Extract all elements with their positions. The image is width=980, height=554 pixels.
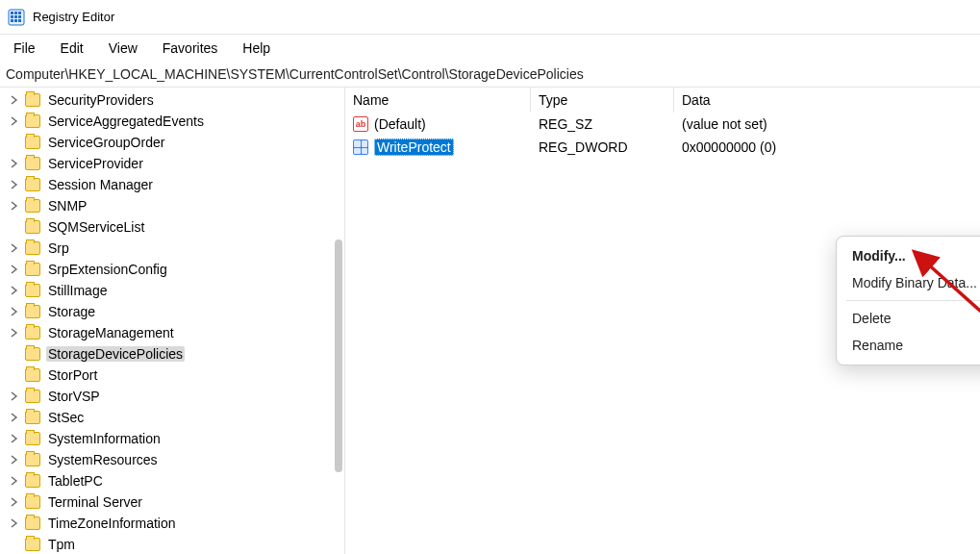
tree-item[interactable]: Session Manager [0,174,344,195]
svg-rect-1 [11,12,13,14]
tree-item[interactable]: StSec [0,407,344,428]
tree-item[interactable]: Storage [0,301,344,322]
tree-item[interactable]: TabletPC [0,470,344,491]
tree-item[interactable]: ServiceAggregatedEvents [0,111,344,132]
menu-modify-binary[interactable]: Modify Binary Data... [841,269,980,296]
folder-icon [25,93,40,107]
chevron-right-icon[interactable] [8,391,21,401]
tree-item-label: SystemResources [46,452,160,467]
tree-item-label: Terminal Server [46,494,144,510]
folder-icon [25,136,40,149]
tree-panel: SecurityProvidersServiceAggregatedEvents… [0,88,345,554]
value-type: REG_DWORD [531,139,674,155]
folder-icon [25,538,40,551]
tree-item-label: SQMServiceList [46,219,146,235]
chevron-right-icon[interactable] [8,243,21,253]
svg-rect-8 [14,19,17,22]
tree-item[interactable]: StorPort [0,365,344,386]
value-data: 0x00000000 (0) [674,139,980,155]
name-cell: WriteProtect [345,138,531,156]
folder-icon [25,326,40,340]
folder-icon [25,432,40,445]
svg-rect-4 [11,15,13,18]
chevron-right-icon[interactable] [8,286,21,295]
tree-item[interactable]: StorVSP [0,386,344,407]
tree-item-label: Session Manager [46,177,155,192]
menu-bar: File Edit View Favorites Help [0,35,980,62]
value-type: REG_SZ [531,116,674,132]
chevron-right-icon[interactable] [8,159,21,168]
tree-item-label: Storage [46,304,97,319]
menu-edit[interactable]: Edit [55,38,89,58]
tree-item-label: StillImage [46,283,109,298]
menu-rename[interactable]: Rename [841,332,980,359]
svg-rect-6 [18,15,21,18]
dword-value-icon [353,139,368,155]
tree-item[interactable]: SystemInformation [0,428,344,449]
tree-item-label: SNMP [46,198,88,214]
tree-item-label: ServiceGroupOrder [46,135,166,150]
tree-item-label: TabletPC [46,473,105,489]
menu-delete[interactable]: Delete [841,305,980,332]
svg-rect-9 [18,19,21,22]
tree-item[interactable]: ServiceGroupOrder [0,132,344,153]
list-body[interactable]: ab(Default)REG_SZ(value not set)WritePro… [345,113,980,159]
menu-view[interactable]: View [103,38,143,58]
chevron-right-icon[interactable] [8,434,21,443]
tree-item-label: Tpm [46,537,77,552]
value-row[interactable]: WriteProtectREG_DWORD0x00000000 (0) [345,136,980,159]
chevron-right-icon[interactable] [8,497,21,507]
column-type[interactable]: Type [531,88,674,113]
column-name[interactable]: Name [345,88,531,113]
chevron-right-icon[interactable] [8,328,21,338]
tree-item[interactable]: SNMP [0,195,344,216]
menu-favorites[interactable]: Favorites [157,38,224,58]
menu-modify[interactable]: Modify... [841,242,980,269]
tree-item[interactable]: Terminal Server [0,491,344,513]
folder-icon [25,114,40,128]
tree-item-label: ServiceAggregatedEvents [46,113,206,129]
chevron-right-icon[interactable] [8,116,21,126]
tree-item[interactable]: StorageManagement [0,322,344,343]
column-data[interactable]: Data [674,88,980,113]
chevron-right-icon[interactable] [8,264,21,274]
tree-item-label: StorPort [46,367,99,383]
chevron-right-icon[interactable] [8,180,21,189]
tree-item-label: StSec [46,410,86,425]
tree-item[interactable]: SQMServiceList [0,216,344,238]
tree-item[interactable]: StorageDevicePolicies [0,343,344,365]
chevron-right-icon[interactable] [8,518,21,528]
chevron-right-icon[interactable] [8,455,21,465]
folder-icon [25,411,40,424]
value-row[interactable]: ab(Default)REG_SZ(value not set) [345,113,980,136]
chevron-right-icon[interactable] [8,201,21,211]
chevron-right-icon[interactable] [8,476,21,486]
chevron-right-icon[interactable] [8,307,21,316]
chevron-right-icon[interactable] [8,413,21,422]
tree-item-label: Srp [46,240,71,256]
value-data: (value not set) [674,116,980,132]
tree-item[interactable]: TimeZoneInformation [0,513,344,534]
tree-item[interactable]: Srp [0,238,344,259]
address-bar[interactable]: Computer\HKEY_LOCAL_MACHINE\SYSTEM\Curre… [0,62,980,87]
tree-item[interactable]: SystemResources [0,449,344,470]
tree-item-label: TimeZoneInformation [46,516,178,531]
folder-icon [25,263,40,276]
folder-icon [25,284,40,297]
tree-item[interactable]: SecurityProviders [0,89,344,111]
tree-list[interactable]: SecurityProvidersServiceAggregatedEvents… [0,88,344,554]
folder-icon [25,305,40,318]
address-text: Computer\HKEY_LOCAL_MACHINE\SYSTEM\Curre… [6,66,584,82]
value-name: (Default) [374,116,426,132]
chevron-right-icon[interactable] [8,95,21,105]
tree-item[interactable]: SrpExtensionConfig [0,259,344,280]
tree-item[interactable]: StillImage [0,280,344,301]
tree-item-label: StorVSP [46,389,102,404]
tree-scrollbar[interactable] [335,239,342,472]
svg-rect-7 [11,19,13,22]
menu-help[interactable]: Help [237,38,276,58]
menu-file[interactable]: File [8,38,41,58]
main-split: SecurityProvidersServiceAggregatedEvents… [0,87,980,554]
tree-item[interactable]: Tpm [0,534,344,554]
tree-item[interactable]: ServiceProvider [0,153,344,174]
